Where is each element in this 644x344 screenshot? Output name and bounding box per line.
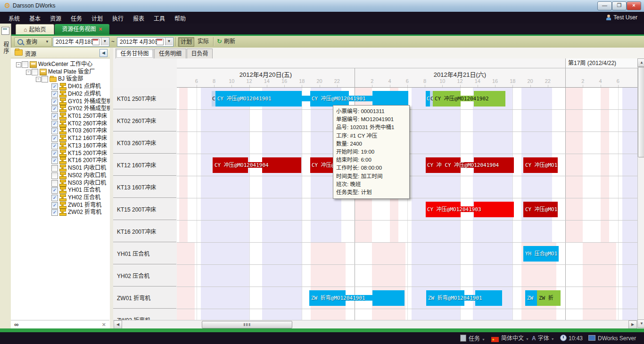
task-bar[interactable]: [372, 290, 405, 306]
menu-资源[interactable]: 资源: [48, 14, 63, 22]
menu-基本[interactable]: 基本: [27, 14, 42, 22]
tree-checkbox[interactable]: ✓: [51, 121, 58, 127]
gantt-tab-任务明细[interactable]: 任务明细: [154, 49, 186, 58]
menu-任务[interactable]: 任务: [69, 14, 84, 22]
tab-resource-task-view[interactable]: 资源任务视图×: [55, 24, 109, 34]
scroll-down-icon[interactable]: ▼: [637, 319, 644, 328]
tree-checkbox[interactable]: ✓: [51, 113, 58, 120]
tab-home-page[interactable]: ⌂起始页: [16, 24, 54, 35]
tree-item[interactable]: ✓GY01 外桶成型机: [11, 98, 110, 106]
refresh-button[interactable]: ↻刷新: [217, 37, 243, 46]
tree-item[interactable]: −Metal Plate 钣金厂: [11, 68, 110, 76]
horizontal-scrollbar[interactable]: ◀ ▮▮▮ ▶: [113, 320, 637, 328]
tree-checkbox[interactable]: ✓: [51, 209, 58, 216]
tree-checkbox[interactable]: ✓: [51, 195, 58, 201]
collapsed-program-panel[interactable]: 程序: [0, 24, 11, 328]
date-from-field[interactable]: 2012年 4月18日 ▼: [53, 37, 109, 47]
menu-计划[interactable]: 计划: [90, 14, 105, 22]
tree-item[interactable]: NS02 内收口机: [11, 172, 110, 180]
tree-item[interactable]: ✓GY02 外桶成型机: [11, 105, 110, 113]
status-task-menu[interactable]: 任务▼: [460, 335, 485, 342]
menu-系统[interactable]: 系统: [7, 14, 22, 22]
date-from-dropdown-icon[interactable]: ▼: [101, 38, 108, 45]
query-button[interactable]: 查询 ▼: [14, 37, 52, 47]
tree-checkbox[interactable]: ✓: [51, 150, 58, 157]
status-language-menu[interactable]: ★简体中文▼: [491, 335, 529, 342]
tree-item[interactable]: ✓KT13 160T冲床: [11, 142, 110, 150]
tree-checkbox[interactable]: ✓: [51, 83, 58, 90]
gantt-tab-任务甘特图[interactable]: 任务甘特图: [116, 49, 154, 59]
tree-checkbox[interactable]: ✓: [51, 106, 58, 112]
clear-search-icon[interactable]: ×: [102, 321, 106, 328]
vertical-scroll-thumb[interactable]: [638, 67, 644, 157]
sidebar-collapse-button[interactable]: ◀: [99, 49, 107, 57]
tree-item[interactable]: ✓YH01 压合机: [11, 187, 110, 194]
tree-item[interactable]: ✓KT01 250T冲床: [11, 113, 110, 120]
tree-checkbox[interactable]: ✓: [51, 98, 58, 105]
tree-item[interactable]: ✓KT16 200T冲床: [11, 157, 110, 164]
query-dropdown-icon[interactable]: ▼: [45, 38, 49, 46]
tree-search-bar[interactable]: ∞ ×: [11, 320, 109, 329]
tree-checkbox[interactable]: ✓: [51, 187, 58, 194]
calendar-icon[interactable]: [92, 39, 99, 45]
vertical-scrollbar[interactable]: ▲ ▼: [637, 58, 644, 328]
tree-item[interactable]: ✓KT03 260T冲床: [11, 127, 110, 135]
restore-button[interactable]: ❐: [612, 1, 627, 10]
close-button[interactable]: ×: [627, 1, 641, 10]
task-bar[interactable]: [372, 91, 408, 106]
menu-执行[interactable]: 执行: [110, 14, 125, 22]
tree-expander-icon[interactable]: −: [16, 62, 21, 67]
tree-checkbox[interactable]: ✓: [51, 128, 58, 134]
menu-工具[interactable]: 工具: [152, 14, 167, 22]
actual-toggle-button[interactable]: 实际: [195, 37, 211, 46]
sidebar-splitter[interactable]: [110, 48, 113, 328]
tree-item[interactable]: −WorkCenter 工作中心: [11, 61, 110, 68]
shift-band-lav: [262, 309, 302, 320]
tree-item[interactable]: ✓KT02 260T冲床: [11, 120, 110, 128]
tooltip-line: 结束时间: 6:00: [336, 156, 406, 164]
tree-item[interactable]: ✓YH02 压合机: [11, 194, 110, 202]
plan-toggle-button[interactable]: 计划: [178, 37, 194, 47]
tree-item[interactable]: ✓KT15 200T冲床: [11, 150, 110, 157]
tree-item[interactable]: −BJ 钣金部: [11, 75, 110, 83]
tree-expander-icon[interactable]: −: [36, 77, 41, 82]
tree-checkbox[interactable]: [32, 69, 38, 75]
tree-checkbox[interactable]: [51, 165, 58, 172]
calendar-icon[interactable]: [157, 39, 164, 45]
current-user[interactable]: Test User: [606, 14, 637, 21]
tree-checkbox[interactable]: ✓: [51, 91, 58, 98]
date-to-dropdown-icon[interactable]: ▼: [165, 38, 173, 45]
menu-帮助[interactable]: 帮助: [173, 14, 188, 22]
tree-checkbox[interactable]: ✓: [51, 135, 58, 142]
tree-item[interactable]: ✓KT12 160T冲床: [11, 135, 110, 142]
menu-报表[interactable]: 报表: [131, 14, 146, 22]
tree-checkbox[interactable]: ✓: [51, 202, 58, 209]
tab-close-icon[interactable]: ×: [99, 26, 102, 33]
tree-expander-icon[interactable]: −: [26, 70, 31, 75]
scroll-left-icon[interactable]: ◀: [114, 320, 122, 329]
task-bar[interactable]: [302, 96, 310, 101]
tree-item[interactable]: ✓DH01 点焊机: [11, 83, 110, 90]
panel-windows-icon[interactable]: [1, 27, 9, 35]
program-panel-label[interactable]: 程序: [2, 41, 10, 55]
tree-checkbox[interactable]: [51, 180, 58, 187]
horizontal-scroll-thumb[interactable]: ▮▮▮: [202, 321, 292, 328]
minimize-button[interactable]: —: [597, 1, 612, 10]
tree-item[interactable]: ✓DH02 点焊机: [11, 90, 110, 98]
date-to-field[interactable]: 2012年 4月30日 ▼: [117, 37, 173, 47]
tree-item[interactable]: NS01 内收口机: [11, 164, 110, 172]
scroll-right-icon[interactable]: ▶: [628, 320, 637, 329]
status-font-menu[interactable]: A字体▼: [532, 335, 554, 342]
binoculars-icon[interactable]: ∞: [14, 321, 18, 328]
tree-checkbox[interactable]: [22, 61, 28, 68]
tree-checkbox[interactable]: ✓: [51, 143, 58, 149]
tree-item[interactable]: ✓ZW02 折弯机: [11, 209, 110, 216]
tree-checkbox[interactable]: [41, 76, 48, 82]
tree-checkbox[interactable]: ✓: [51, 157, 58, 164]
machine-icon: [59, 187, 66, 192]
tree-item[interactable]: NS03 内收口机: [11, 180, 110, 187]
tree-item[interactable]: ✓ZW01 折弯机: [11, 202, 110, 209]
tree-checkbox[interactable]: [51, 172, 58, 179]
gantt-tab-日负荷[interactable]: 日负荷: [187, 49, 213, 58]
scroll-up-icon[interactable]: ▲: [637, 58, 644, 67]
